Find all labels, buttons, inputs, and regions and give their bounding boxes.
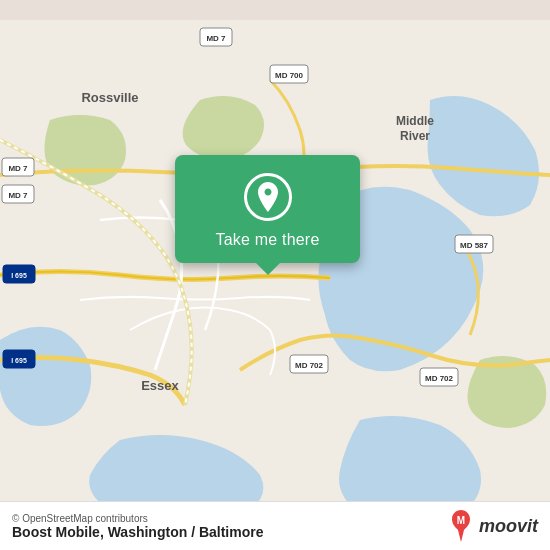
moovit-icon: M	[447, 510, 475, 542]
moovit-text: moovit	[479, 516, 538, 537]
bottom-left-info: © OpenStreetMap contributors Boost Mobil…	[12, 513, 263, 540]
moovit-logo: M moovit	[447, 510, 538, 542]
osm-credit: © OpenStreetMap contributors	[12, 513, 263, 524]
take-me-there-button[interactable]: Take me there	[216, 231, 320, 249]
svg-text:MD 587: MD 587	[460, 241, 489, 250]
svg-text:M: M	[457, 515, 465, 526]
location-title: Boost Mobile, Washington / Baltimore	[12, 524, 263, 540]
svg-text:MD 702: MD 702	[425, 374, 454, 383]
svg-text:Middle: Middle	[396, 114, 434, 128]
svg-text:MD 7: MD 7	[8, 164, 28, 173]
svg-text:Rossville: Rossville	[81, 90, 138, 105]
bottom-bar: © OpenStreetMap contributors Boost Mobil…	[0, 501, 550, 550]
svg-text:I 695: I 695	[11, 357, 27, 364]
svg-text:I 695: I 695	[11, 272, 27, 279]
map-container: MD 7 I 695 I 695 MD 700 MD 7 MD 587 MD 7…	[0, 0, 550, 550]
svg-text:River: River	[400, 129, 430, 143]
svg-text:MD 702: MD 702	[295, 361, 324, 370]
location-pin-icon	[255, 182, 281, 212]
svg-text:MD 7: MD 7	[206, 34, 226, 43]
svg-text:MD 7: MD 7	[8, 191, 28, 200]
location-icon-wrapper	[244, 173, 292, 221]
location-popup: Take me there	[175, 155, 360, 263]
svg-text:MD 700: MD 700	[275, 71, 304, 80]
map-background: MD 7 I 695 I 695 MD 700 MD 7 MD 587 MD 7…	[0, 0, 550, 550]
svg-text:Essex: Essex	[141, 378, 179, 393]
